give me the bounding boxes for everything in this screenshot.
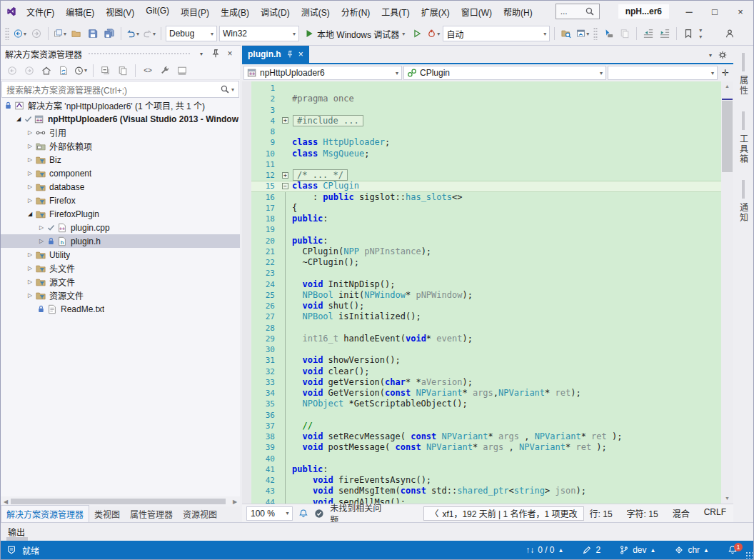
- collapsed-region-box[interactable]: /* ... */: [293, 169, 348, 181]
- increase-indent-button[interactable]: [658, 26, 672, 41]
- toolbar-grip[interactable]: [593, 27, 598, 40]
- menu-item[interactable]: 编辑(E): [60, 3, 100, 21]
- new-project-button[interactable]: [53, 26, 67, 41]
- back-button[interactable]: [5, 63, 19, 79]
- panel-tab-资源视图[interactable]: 资源视图: [178, 506, 222, 522]
- expand-arrow-icon[interactable]: ▷: [25, 170, 35, 176]
- navigate-forward-button[interactable]: [29, 26, 44, 41]
- code-editor[interactable]: 12#pragma once34+#include ...89class Htt…: [242, 81, 733, 504]
- zoom-level-combo[interactable]: 100 % ▾: [246, 506, 293, 521]
- nav-member-combo[interactable]: ▾: [608, 66, 718, 80]
- panel-tab-类视图[interactable]: 类视图: [89, 506, 125, 522]
- save-button[interactable]: [86, 26, 100, 41]
- expand-arrow-icon[interactable]: ▷: [36, 224, 46, 231]
- menu-item[interactable]: 分析(N): [336, 3, 376, 21]
- tree-item-component[interactable]: ▷component: [1, 166, 240, 180]
- tree-item-npHttpUploader6-Visual-Studio-[interactable]: ◢++npHttpUploader6 (Visual Studio 2013 -…: [1, 112, 240, 126]
- nav-type-combo[interactable]: CPlugin ▾: [403, 66, 606, 80]
- copy-button-disabled[interactable]: [618, 26, 632, 41]
- pin-icon[interactable]: [210, 49, 221, 59]
- quick-search-box[interactable]: ...: [556, 4, 600, 19]
- toolbar-overflow-chevron[interactable]: ▾▾: [698, 27, 703, 40]
- editor-notifications-bell-icon[interactable]: [298, 509, 308, 519]
- tree-item-FirefoxPlugin[interactable]: ◢FirefoxPlugin: [1, 207, 240, 221]
- active-files-chevron[interactable]: ▾: [709, 52, 712, 59]
- fold-expand-icon[interactable]: +: [281, 170, 292, 181]
- menu-item[interactable]: 窗口(W): [456, 3, 498, 21]
- background-tasks-icon[interactable]: [6, 545, 16, 555]
- expand-arrow-icon[interactable]: ▷: [25, 279, 35, 285]
- maximize-button[interactable]: □: [702, 1, 728, 22]
- expand-arrow-icon[interactable]: ▷: [25, 251, 35, 258]
- decrease-indent-button[interactable]: [641, 26, 655, 41]
- menu-item[interactable]: 扩展(X): [416, 3, 456, 21]
- collapsed-region-box[interactable]: #include ...: [293, 115, 363, 126]
- close-tab-icon[interactable]: ×: [298, 49, 303, 59]
- navigate-cursor-button[interactable]: [601, 26, 615, 41]
- sync-with-active-document-button[interactable]: [56, 63, 71, 79]
- close-button[interactable]: ×: [728, 1, 753, 22]
- menu-item[interactable]: 帮助(H): [498, 3, 538, 21]
- expand-arrow-icon[interactable]: ▷: [25, 292, 35, 299]
- current-branch[interactable]: dev ▲: [619, 545, 655, 555]
- show-all-files-button[interactable]: <>: [141, 63, 155, 79]
- expand-arrow-icon[interactable]: ▷: [25, 156, 35, 163]
- lens-collapse-chevron[interactable]: 〈: [430, 507, 438, 519]
- tree-item-引用[interactable]: ▷引用: [1, 126, 240, 139]
- panel-drag-handle[interactable]: [88, 52, 190, 56]
- solution-explorer-search-input[interactable]: 搜索解决方案资源管理器(Ctrl+;) ▾: [1, 81, 239, 98]
- code-health-check-icon[interactable]: [314, 509, 324, 519]
- tree-item-database[interactable]: ▷database: [1, 180, 240, 194]
- preview-selected-items-button[interactable]: [175, 63, 189, 79]
- home-button[interactable]: [39, 63, 54, 79]
- minimize-button[interactable]: ─: [676, 1, 702, 22]
- collapse-arrow-icon[interactable]: ◢: [14, 116, 24, 122]
- incoming-outgoing-commits[interactable]: ↑↓ 0 / 0 ▲: [526, 545, 563, 555]
- panel-tab-解决方案资源管理器[interactable]: 解决方案资源管理器: [1, 505, 89, 522]
- panel-tab-属性管理器[interactable]: 属性管理器: [125, 506, 178, 522]
- document-tab-plugin-h[interactable]: plugin.h ×: [242, 46, 309, 63]
- start-debugging-button[interactable]: 本地 Windows 调试器 ▾: [301, 26, 408, 41]
- close-panel-icon[interactable]: ×: [224, 49, 236, 59]
- side-tab-属性[interactable]: 属性: [738, 53, 750, 96]
- expand-arrow-icon[interactable]: ▷: [25, 197, 35, 204]
- scroll-left-arrow[interactable]: ◀: [1, 499, 11, 505]
- menu-item[interactable]: 项目(P): [175, 3, 215, 21]
- navigate-back-button[interactable]: [13, 26, 27, 41]
- bookmark-button[interactable]: [681, 26, 695, 41]
- solution-configuration-combo[interactable]: Debug▾: [166, 26, 217, 41]
- nav-project-combo[interactable]: ++ npHttpUploader6 ▾: [243, 66, 402, 80]
- document-outline-icon[interactable]: ✛: [719, 68, 732, 78]
- expand-arrow-icon[interactable]: ▷: [25, 143, 35, 149]
- expand-arrow-icon[interactable]: ▷: [25, 184, 35, 190]
- find-in-files-button[interactable]: [559, 26, 573, 41]
- pin-icon[interactable]: [286, 50, 294, 59]
- pending-changes-filter-button[interactable]: [74, 63, 88, 79]
- git-codelens-box[interactable]: 〈 xf1，192 天前 | 1 名作者，1 项更改: [423, 506, 583, 521]
- search-options-chevron[interactable]: ▾: [231, 86, 234, 93]
- sync-namespace-button[interactable]: [575, 26, 590, 41]
- panel-menu-chevron[interactable]: ▾: [196, 51, 207, 57]
- open-folder-button[interactable]: [69, 26, 84, 41]
- solution-explorer-hscrollbar[interactable]: ◀ ▶: [1, 496, 240, 506]
- side-tab-通知[interactable]: 通知: [738, 180, 750, 223]
- menu-item[interactable]: 生成(B): [215, 3, 255, 21]
- collapse-all-button[interactable]: [99, 63, 113, 79]
- tree-item-Utility[interactable]: ▷Utility: [1, 248, 240, 261]
- side-tab-工具箱[interactable]: 工具箱: [738, 111, 750, 164]
- code-text-area[interactable]: 12#pragma once34+#include ...89class Htt…: [251, 81, 721, 504]
- properties-wrench-button[interactable]: [158, 63, 172, 79]
- output-panel-title[interactable]: 输出: [8, 526, 25, 538]
- menu-item[interactable]: 视图(V): [100, 3, 140, 21]
- notifications-bell[interactable]: 1: [728, 545, 738, 555]
- menu-item[interactable]: 调试(D): [255, 3, 296, 21]
- tab-settings-gear-icon[interactable]: [718, 50, 728, 60]
- save-all-button[interactable]: [102, 26, 116, 41]
- fold-expand-icon[interactable]: +: [281, 116, 292, 126]
- send-feedback-button[interactable]: [723, 26, 737, 41]
- tree-item-资源文件[interactable]: ▷资源文件: [1, 289, 240, 302]
- collapse-arrow-icon[interactable]: ◢: [25, 211, 35, 217]
- forward-button[interactable]: [22, 63, 36, 79]
- solution-platform-combo[interactable]: Win32▾: [219, 26, 299, 41]
- tree-item-Firefox[interactable]: ▷Firefox: [1, 194, 240, 207]
